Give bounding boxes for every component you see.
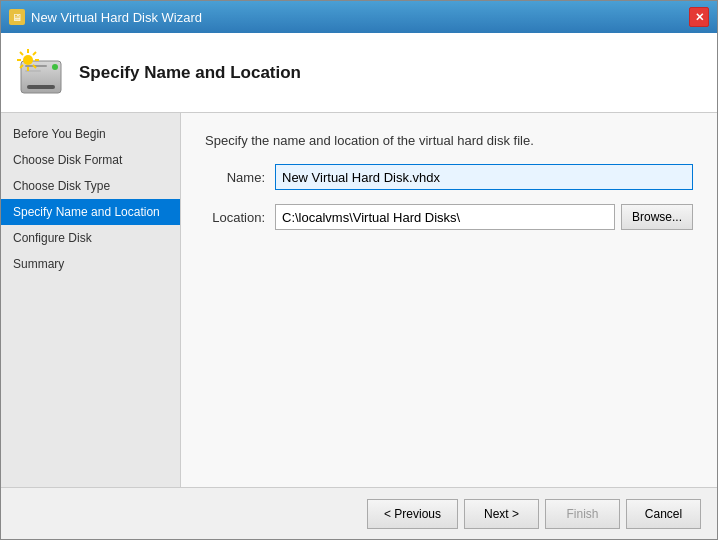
svg-line-7 (33, 52, 36, 55)
window-title: New Virtual Hard Disk Wizard (31, 10, 202, 25)
browse-button[interactable]: Browse... (621, 204, 693, 230)
svg-point-0 (23, 55, 33, 65)
sidebar-item-specify-name-location[interactable]: Specify Name and Location (1, 199, 180, 225)
content-area: Specify the name and location of the vir… (181, 113, 717, 487)
next-button[interactable]: Next > (464, 499, 539, 529)
name-row: Name: (205, 164, 693, 190)
sidebar-item-summary[interactable]: Summary (1, 251, 180, 277)
sidebar: Before You Begin Choose Disk Format Choo… (1, 113, 181, 487)
location-label: Location: (205, 210, 275, 225)
content-description: Specify the name and location of the vir… (205, 133, 693, 148)
sidebar-item-choose-disk-type[interactable]: Choose Disk Type (1, 173, 180, 199)
wizard-header-icon (17, 49, 65, 97)
sun-icon (17, 49, 39, 71)
cancel-button[interactable]: Cancel (626, 499, 701, 529)
svg-point-11 (52, 64, 58, 70)
location-input[interactable] (275, 204, 615, 230)
svg-line-6 (33, 65, 36, 68)
name-input[interactable] (275, 164, 693, 190)
sidebar-item-configure-disk[interactable]: Configure Disk (1, 225, 180, 251)
finish-button[interactable]: Finish (545, 499, 620, 529)
title-bar-icon: 🖥 (9, 9, 25, 25)
svg-rect-10 (27, 85, 55, 89)
main-content: Before You Begin Choose Disk Format Choo… (1, 113, 717, 487)
header-title: Specify Name and Location (79, 63, 301, 83)
name-label: Name: (205, 170, 275, 185)
sidebar-item-choose-disk-format[interactable]: Choose Disk Format (1, 147, 180, 173)
svg-line-5 (20, 52, 23, 55)
svg-line-8 (20, 65, 23, 68)
location-row: Location: Browse... (205, 204, 693, 230)
title-bar: 🖥 New Virtual Hard Disk Wizard ✕ (1, 1, 717, 33)
title-bar-left: 🖥 New Virtual Hard Disk Wizard (9, 9, 202, 25)
header-section: Specify Name and Location (1, 33, 717, 113)
sidebar-item-before-you-begin[interactable]: Before You Begin (1, 121, 180, 147)
close-button[interactable]: ✕ (689, 7, 709, 27)
footer: < Previous Next > Finish Cancel (1, 487, 717, 539)
previous-button[interactable]: < Previous (367, 499, 458, 529)
wizard-window: 🖥 New Virtual Hard Disk Wizard ✕ (0, 0, 718, 540)
